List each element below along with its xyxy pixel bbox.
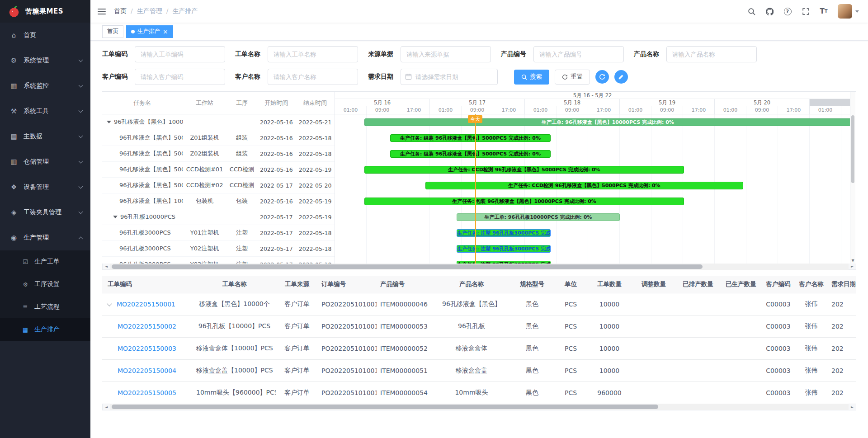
gantt-row[interactable]: 96孔孔板10000PCS2022-05-172022-05-19 [102, 209, 335, 225]
gantt-row[interactable]: 96孔移液盒【黑色】5000PCSCCD检测#02CCD检测2022-05-17… [102, 178, 335, 193]
customer-name-input[interactable] [268, 69, 358, 85]
github-icon[interactable] [765, 7, 774, 15]
scroll-left-icon[interactable]: ◄ [103, 264, 110, 268]
gantt-bar-work-order[interactable]: 生产工单: 96孔移液盒【黑色】10000PCS 完成比例: 0% [364, 118, 850, 126]
monitor-icon: ▦ [10, 82, 18, 90]
close-icon[interactable] [163, 28, 168, 35]
gantt-bar-task[interactable]: 生产任务: 组装 96孔移液盒【黑色】5000PCS 完成比例: 0% [390, 150, 551, 158]
gantt-vertical-scrollbar[interactable]: ▼ [850, 92, 855, 264]
chevron-down-icon [79, 83, 83, 87]
scroll-right-icon[interactable]: ► [849, 405, 856, 409]
gantt-bar-task[interactable]: 生产任务: CCD检测 96孔移液盒【黑色】5000PCS 完成比例: 0% [425, 182, 743, 189]
sidebar-item-system-tools[interactable]: ⚒系统工具 [0, 99, 90, 124]
today-label: 今天 [468, 115, 482, 123]
work-order-link[interactable]: MO202205150004 [118, 367, 176, 374]
sidebar-item-work-orders[interactable]: ☑生产工单 [0, 250, 90, 273]
gantt-row[interactable]: 96孔移液盒【黑色】10000PCS2022-05-162022-05-21 [102, 114, 335, 130]
gantt-bar-task-selected[interactable]: 生产任务: 注塑 96孔孔板3000PCS 完成比例: 0% [457, 245, 551, 253]
refresh-icon [599, 74, 605, 80]
gantt-panel: 任务名 工作站 工序 开始时间 结束时间 96孔移液盒【黑色】10000PCS2… [102, 91, 856, 270]
gantt-row[interactable]: 96孔孔板3000PCSY03注塑机注塑2022-05-172022-05-18 [102, 257, 335, 264]
work-order-link[interactable]: MO202205150002 [118, 323, 176, 330]
gantt-row[interactable]: 96孔移液盒【黑色】10000PCS包装机包装2022-05-162022-05… [102, 193, 335, 209]
scroll-right-icon[interactable]: ► [849, 264, 856, 268]
gear-icon: ⚙ [10, 57, 18, 65]
sidebar-item-home[interactable]: ⌂首页 [0, 23, 90, 48]
gantt-bar-task[interactable]: 生产任务: CCD检测 96孔移液盒【黑色】5000PCS 完成比例: 0% [364, 166, 684, 174]
table-row[interactable]: MO202205150004 移液盒盒盖【10000】PCS 客户订单 PO20… [102, 359, 856, 381]
expand-row-icon[interactable] [107, 301, 112, 306]
search-icon[interactable] [747, 7, 755, 15]
gantt-bar-task-selected[interactable]: 生产任务: 注塑 96孔孔板3000PCS 完成比例: 0% [457, 229, 551, 237]
table-row[interactable]: MO202205150001 移液盒【黑色】10000个 客户订单 PO2022… [102, 293, 856, 315]
gantt-bar-task[interactable]: 生产任务: 注塑 96孔孔板3000PCS 完成比例: 0% [457, 261, 551, 264]
fullscreen-icon[interactable] [802, 7, 810, 15]
sidebar-item-warehouse[interactable]: ▥仓储管理 [0, 149, 90, 174]
gantt-horizontal-scrollbar[interactable]: ◄ ► [102, 264, 856, 270]
document-icon: ▤ [10, 132, 18, 141]
tab-home[interactable]: 首页 [102, 25, 123, 38]
scroll-down-icon[interactable]: ▼ [850, 259, 855, 263]
help-icon[interactable] [783, 7, 792, 15]
breadcrumb-scheduling: 生产排产 [162, 7, 198, 15]
table-row[interactable]: MO202205150005 10mm吸头【960000】PCS 客户订单 PO… [102, 381, 856, 404]
breadcrumb-production[interactable]: 生产管理 [127, 7, 162, 15]
refresh-cache-button[interactable] [595, 70, 609, 84]
sidebar-item-equipment[interactable]: ❖设备管理 [0, 174, 90, 200]
work-order-link[interactable]: MO202205150005 [118, 389, 176, 396]
table-row[interactable]: MO202205150003 移液盒盒体【10000】PCS 客户订单 PO20… [102, 337, 856, 359]
gantt-row[interactable]: 96孔移液盒【黑色】5000PCSZ02组装机组装2022-05-162022-… [102, 146, 335, 162]
hamburger-icon[interactable] [98, 9, 106, 14]
customer-code-input[interactable] [135, 69, 225, 85]
font-size-icon[interactable] [820, 7, 828, 15]
source-doc-input[interactable] [401, 46, 491, 62]
gantt-row[interactable]: 96孔孔板3000PCSY02注塑机注塑2022-05-172022-05-18 [102, 241, 335, 257]
sidebar-item-fixtures[interactable]: ◈工装夹具管理 [0, 200, 90, 225]
table-horizontal-scrollbar[interactable]: ◄ ► [102, 404, 856, 410]
work-order-link[interactable]: MO202205150003 [118, 345, 176, 352]
sidebar-item-system-mgmt[interactable]: ⚙系统管理 [0, 48, 90, 73]
product-name-input[interactable] [666, 46, 757, 62]
scroll-left-icon[interactable]: ◄ [103, 405, 110, 409]
sidebar-item-system-monitor[interactable]: ▦系统监控 [0, 73, 90, 99]
table-row[interactable]: MO202205150002 96孔孔板【10000】PCS 客户订单 PO20… [102, 315, 856, 337]
gantt-row[interactable]: 96孔孔板3000PCSY01注塑机注塑2022-05-172022-05-18 [102, 225, 335, 241]
scrollbar-thumb[interactable] [112, 405, 658, 409]
product-code-input[interactable] [533, 46, 624, 62]
scrollbar-thumb[interactable] [851, 115, 854, 183]
sidebar-item-master-data[interactable]: ▤主数据 [0, 124, 90, 149]
work-order-name-input[interactable] [268, 46, 358, 62]
reset-button[interactable]: 重置 [555, 70, 590, 85]
sidebar: 苦糖果MES ⌂首页 ⚙系统管理 ▦系统监控 ⚒系统工具 ▤主数据 ▥仓储管理 … [0, 0, 90, 438]
avatar[interactable] [838, 4, 852, 19]
expand-icon[interactable] [113, 216, 118, 218]
work-order-code-input[interactable] [135, 46, 225, 62]
gantt-bar-task[interactable]: 生产任务: 包装 96孔移液盒【黑色】10000PCS 完成比例: 0% [364, 198, 684, 205]
edit-button[interactable] [614, 70, 628, 84]
chevron-down-icon [79, 57, 83, 62]
scrollbar-thumb[interactable] [112, 264, 703, 269]
tab-scheduling[interactable]: 生产排产 [126, 25, 173, 38]
table-clip: 工单编码 工单名称 工单来源 订单编号 产品编号 产品名称 规格型号 单位 工单… [102, 276, 856, 404]
filter-row-1: 工单编码 工单名称 来源单据 产品编号 产品名称 [102, 46, 856, 62]
app-logo: 苦糖果MES [0, 0, 90, 23]
sidebar-item-process-flow[interactable]: ≣工艺流程 [0, 296, 90, 318]
topbar-icons [747, 4, 859, 19]
breadcrumb-home[interactable]: 首页 [114, 7, 127, 15]
gantt-row[interactable]: 96孔移液盒【黑色】5000PCSCCD检测#01CCD检测2022-05-16… [102, 162, 335, 178]
chevron-down-icon [79, 108, 83, 113]
search-button[interactable]: 搜索 [514, 70, 549, 85]
filter-source-doc: 来源单据 [368, 46, 491, 62]
filter-product-name: 产品名称 [634, 46, 757, 62]
work-order-link[interactable]: MO202205150001 [117, 301, 175, 308]
expand-icon[interactable] [107, 121, 111, 123]
user-menu[interactable] [838, 4, 859, 19]
sidebar-item-scheduling[interactable]: ▦生产排产 [0, 318, 90, 341]
demand-date-input[interactable] [401, 69, 498, 85]
gantt-row[interactable]: 96孔移液盒【黑色】5000PCSZ01组装机组装2022-05-162022-… [102, 130, 335, 146]
sidebar-item-production[interactable]: ◉生产管理 [0, 225, 90, 250]
sidebar-item-process-settings[interactable]: ⚙工序设置 [0, 273, 90, 296]
gantt-bar-work-order[interactable]: 生产工单: 96孔孔板10000PCS 完成比例: 0% [457, 213, 620, 221]
gantt-bar-task[interactable]: 生产任务: 组装 96孔移液盒【黑色】5000PCS 完成比例: 0% [390, 134, 551, 142]
gantt-chart-body: 今天 生产工单: 96孔移液盒【黑色】10000PCS 完成比例: 0% 生产任… [335, 114, 850, 264]
